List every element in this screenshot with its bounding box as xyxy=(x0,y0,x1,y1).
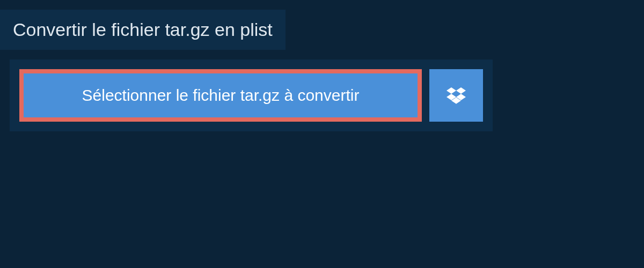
dropbox-icon xyxy=(447,86,466,105)
select-file-button[interactable]: Sélectionner le fichier tar.gz à convert… xyxy=(19,69,422,122)
page-title: Convertir le fichier tar.gz en plist xyxy=(13,19,273,40)
dropbox-button[interactable] xyxy=(429,69,483,122)
page-header: Convertir le fichier tar.gz en plist xyxy=(0,10,286,50)
file-select-card: Sélectionner le fichier tar.gz à convert… xyxy=(10,59,493,131)
select-file-label: Sélectionner le fichier tar.gz à convert… xyxy=(82,86,360,105)
